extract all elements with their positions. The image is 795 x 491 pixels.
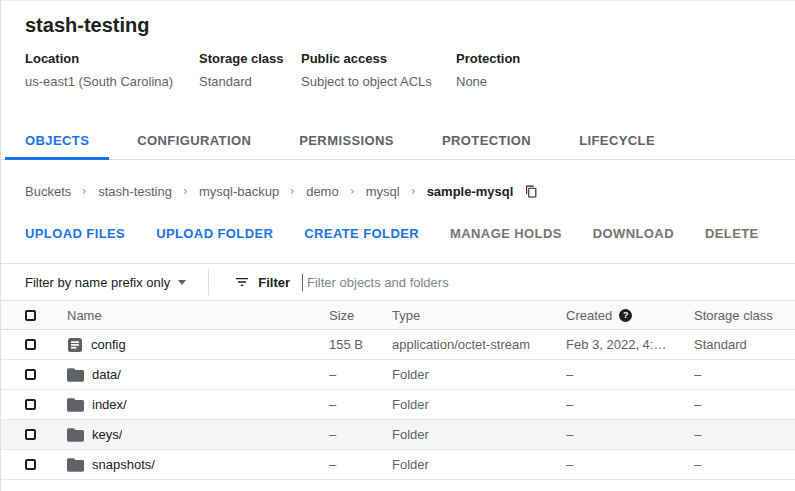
folder-icon <box>67 458 84 472</box>
cell-size: – <box>329 397 392 412</box>
table-row: keys/–Folder–– <box>1 420 795 450</box>
page-title: stash-testing <box>25 14 771 36</box>
breadcrumb-item-mysql-backup[interactable]: mysql-backup <box>199 184 279 199</box>
row-checkbox[interactable] <box>25 429 36 440</box>
upload-folder-button[interactable]: UPLOAD FOLDER <box>156 226 273 241</box>
table-row: snapshots/–Folder–– <box>1 450 795 480</box>
row-checkbox[interactable] <box>25 399 36 410</box>
object-name-link[interactable]: config <box>91 337 126 352</box>
cell-type: Folder <box>392 367 566 382</box>
cell-type: Folder <box>392 427 566 442</box>
object-name-link[interactable]: data/ <box>92 367 121 382</box>
column-header-created: Created ? <box>566 308 694 323</box>
file-icon <box>67 337 83 353</box>
breadcrumb: Buckets stash-testing mysql-backup demo … <box>1 160 795 199</box>
column-header-name: Name <box>43 308 329 323</box>
object-name-link[interactable]: keys/ <box>92 427 122 442</box>
cell-name: data/ <box>43 367 329 382</box>
tab-lifecycle[interactable]: LIFECYCLE <box>559 124 675 160</box>
row-checkbox[interactable] <box>25 339 36 350</box>
vertical-divider <box>208 269 209 295</box>
filter-icon <box>234 274 250 290</box>
meta-value: us-east1 (South Carolina) <box>25 74 199 89</box>
object-name-link[interactable]: index/ <box>92 397 127 412</box>
breadcrumb-item-mysql[interactable]: mysql <box>366 184 400 199</box>
table-row: config155 Bapplication/octet-streamFeb 3… <box>1 330 795 360</box>
cell-size: – <box>329 457 392 472</box>
folder-icon <box>67 428 84 442</box>
bucket-header: stash-testing Locationus-east1 (South Ca… <box>1 1 795 89</box>
cell-name: config <box>43 337 329 353</box>
chevron-right-icon <box>181 187 190 196</box>
cell-type: Folder <box>392 397 566 412</box>
copy-icon <box>525 184 538 199</box>
meta-storage-class: Storage classStandard <box>199 51 301 89</box>
table-header: Name Size Type Created ? Storage class <box>1 300 795 330</box>
filter-scope-dropdown[interactable]: Filter by name prefix only <box>25 275 186 290</box>
cell-created: – <box>566 367 694 382</box>
copy-path-button[interactable] <box>525 184 538 199</box>
select-all-checkbox[interactable] <box>25 310 36 321</box>
cell-storage-class: – <box>694 457 795 472</box>
cell-created: Feb 3, 2022, 4:… <box>566 337 694 352</box>
breadcrumb-item-stash-testing[interactable]: stash-testing <box>98 184 172 199</box>
meta-value: None <box>456 74 520 89</box>
tab-protection[interactable]: PROTECTION <box>422 124 551 160</box>
cell-name: snapshots/ <box>43 457 329 472</box>
breadcrumb-item-buckets[interactable]: Buckets <box>25 184 71 199</box>
cell-storage-class: – <box>694 427 795 442</box>
manage-holds-button: MANAGE HOLDS <box>450 226 562 241</box>
filter-input[interactable] <box>305 274 605 291</box>
chevron-right-icon <box>348 187 357 196</box>
bucket-meta: Locationus-east1 (South Carolina)Storage… <box>25 51 771 89</box>
cell-name: keys/ <box>43 427 329 442</box>
tab-permissions[interactable]: PERMISSIONS <box>279 124 414 160</box>
meta-protection: ProtectionNone <box>456 51 520 89</box>
column-header-type: Type <box>392 308 566 323</box>
cell-type: application/octet-stream <box>392 337 566 352</box>
breadcrumb-item-demo[interactable]: demo <box>306 184 339 199</box>
delete-button: DELETE <box>705 226 759 241</box>
download-button: DOWNLOAD <box>593 226 674 241</box>
meta-label: Storage class <box>199 51 301 66</box>
breadcrumb-current: sample-mysql <box>427 184 514 199</box>
cell-size: – <box>329 367 392 382</box>
cell-created: – <box>566 397 694 412</box>
table-row: index/–Folder–– <box>1 390 795 420</box>
filter-bar: Filter by name prefix only Filter <box>1 263 795 300</box>
table-row: data/–Folder–– <box>1 360 795 390</box>
tab-objects[interactable]: OBJECTS <box>5 124 109 160</box>
chevron-right-icon <box>409 187 418 196</box>
cell-created: – <box>566 457 694 472</box>
meta-value: Subject to object ACLs <box>301 74 456 89</box>
cell-type: Folder <box>392 457 566 472</box>
folder-icon <box>67 398 84 412</box>
folder-icon <box>67 368 84 382</box>
row-checkbox[interactable] <box>25 369 36 380</box>
filter-scope-label: Filter by name prefix only <box>25 275 170 290</box>
cell-storage-class: Standard <box>694 337 795 352</box>
column-header-storage-class: Storage class <box>694 308 795 323</box>
tab-bar: OBJECTSCONFIGURATIONPERMISSIONSPROTECTIO… <box>1 124 795 160</box>
meta-location: Locationus-east1 (South Carolina) <box>25 51 199 89</box>
cell-storage-class: – <box>694 397 795 412</box>
upload-files-button[interactable]: UPLOAD FILES <box>25 226 125 241</box>
create-folder-button[interactable]: CREATE FOLDER <box>304 226 419 241</box>
meta-label: Public access <box>301 51 456 66</box>
dropdown-arrow-icon <box>178 280 186 285</box>
column-header-size: Size <box>329 308 392 323</box>
row-checkbox[interactable] <box>25 459 36 470</box>
tab-configuration[interactable]: CONFIGURATION <box>117 124 271 160</box>
object-toolbar: UPLOAD FILESUPLOAD FOLDERCREATE FOLDERMA… <box>1 199 795 241</box>
meta-public-access: Public accessSubject to object ACLs <box>301 51 456 89</box>
filter-label: Filter <box>258 275 290 290</box>
meta-label: Protection <box>456 51 520 66</box>
cell-name: index/ <box>43 397 329 412</box>
text-caret <box>302 274 303 291</box>
chevron-right-icon <box>80 187 89 196</box>
chevron-right-icon <box>288 187 297 196</box>
cell-size: – <box>329 427 392 442</box>
help-icon[interactable]: ? <box>619 309 632 322</box>
cell-size: 155 B <box>329 337 392 352</box>
object-name-link[interactable]: snapshots/ <box>92 457 155 472</box>
